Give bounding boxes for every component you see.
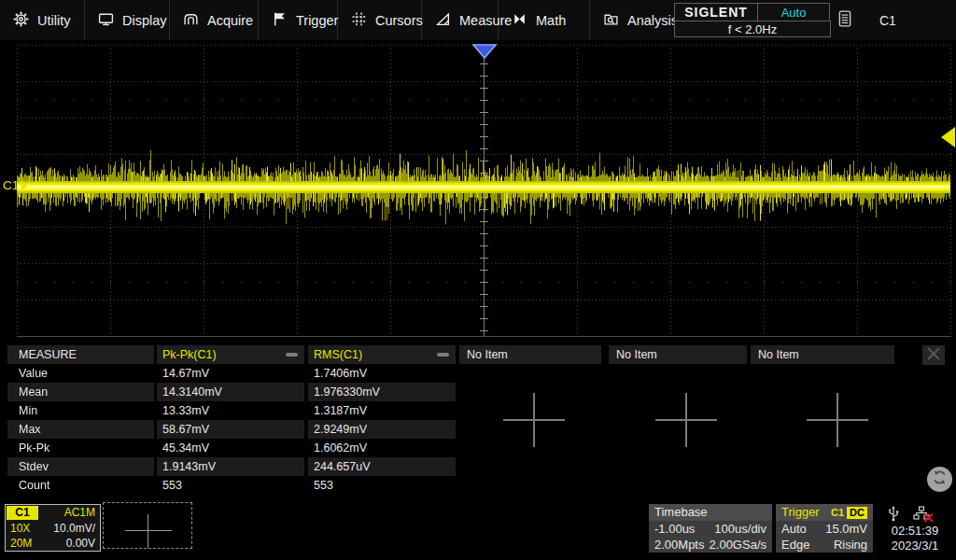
remove-measure-icon[interactable] [437,353,449,357]
measure-value: 553 [157,476,304,495]
bowtie-icon [512,11,527,30]
measure-column-label: RMS(C1) [314,348,362,361]
trigger-type: Edge [781,537,809,553]
measure-value: 14.3140mV [157,383,304,401]
menu-math-label: Math [536,13,566,28]
measure-row-label: Pk-Pk [7,439,154,457]
measure-value: 13.33mV [157,401,304,420]
bottom-status-bar: C1 AC1M 10X 10.0mV/ 20M 0.00V Timebase -… [0,499,956,560]
channel-descriptor-box[interactable]: C1 AC1M 10X 10.0mV/ 20M 0.00V [5,504,101,552]
add-measure-plus-icon[interactable] [807,393,868,447]
usb-icon[interactable] [887,506,900,525]
measure-column-header-empty-1[interactable]: No Item [459,345,601,364]
menu-utility-label: Utility [37,13,70,28]
active-channel-indicator[interactable]: C1 [834,0,896,40]
menu-acquire[interactable]: Acquire [170,0,259,40]
folder-magnifier-icon [603,11,619,30]
remove-measure-icon[interactable] [286,353,298,357]
close-measure-panel-button[interactable] [922,345,945,365]
monitor-icon [98,11,114,30]
lan-disconnected-icon[interactable] [913,506,934,525]
trigger-coupling-badge: DC [847,507,867,519]
siglent-logo: SIGLENT [674,3,758,21]
channel-position-marker[interactable]: C1 [3,178,28,192]
trigger-mode: Auto [781,521,807,537]
channel-coupling: AC1M [64,505,100,521]
status-cluster: SIGLENT Auto f < 2.0Hz [674,3,831,37]
trigger-frequency-readout: f < 2.0Hz [674,21,831,37]
top-menu-bar: Utility Display Acquire Trigger Cursors [0,0,956,40]
menu-analysis[interactable]: Analysis [590,0,672,40]
measure-reset-statistics-button[interactable] [927,467,952,492]
measure-value: 58.67mV [157,420,304,439]
vertical-offset: 0.00V [66,536,95,551]
measure-value: 2.9249mV [308,420,456,439]
menu-acquire-label: Acquire [207,13,253,28]
channel-marker-arrow-icon [21,181,28,190]
measure-row-label: Count [7,476,154,495]
timebase-sample-rate: 2.00GSa/s [710,537,766,553]
gear-icon [13,11,29,30]
trigger-level: 15.0mV [825,521,867,537]
measure-value: 244.657uV [308,457,456,476]
acquire-arch-icon [183,11,199,30]
menu-trigger-label: Trigger [296,13,338,28]
measure-row-label: Mean [7,383,154,401]
vertical-scale: 10.0mV/ [53,521,95,536]
measure-row-label: Stdev [7,457,154,476]
measure-value: 45.34mV [157,439,304,457]
clock-date: 2023/3/1 [874,539,956,553]
clock-time: 02:51:39 [874,524,956,538]
menu-display-label: Display [122,13,167,28]
add-measure-plus-icon[interactable] [503,393,565,447]
plus-icon [148,514,148,548]
measure-value: 553 [308,476,456,495]
measure-row-label: Value [7,364,154,383]
measure-column-header-rms[interactable]: RMS(C1) [308,345,456,364]
trigger-box[interactable]: Trigger C1DC Auto 15.0mV Edge Rising [776,504,873,553]
channel-marker-label: C1 [3,178,19,192]
close-icon [925,346,942,365]
menu-cursors[interactable]: Cursors [338,0,422,40]
bandwidth-limit: 20M [10,536,32,551]
trigger-slope: Rising [834,537,867,553]
measure-value: 1.976330mV [308,383,456,401]
channel-list-icon [838,10,851,30]
set-square-icon [435,11,451,30]
trigger-source: C1 [831,507,844,518]
measure-column-header-empty-3[interactable]: No Item [751,345,894,364]
menu-utility[interactable]: Utility [0,0,85,40]
measure-value: 1.3187mV [308,401,456,420]
timebase-scale: 100us/div [714,521,766,537]
refresh-icon [931,469,949,490]
flag-icon [272,11,288,30]
timebase-box[interactable]: Timebase -1.00us 100us/div 2.00Mpts 2.00… [649,504,772,553]
measure-value: 1.7406mV [308,364,456,383]
add-channel-box[interactable] [103,502,192,549]
measure-column-header-empty-2[interactable]: No Item [609,345,747,364]
measure-value: 1.9143mV [157,457,304,476]
measure-row-label: Max [7,420,154,439]
timebase-memory-depth: 2.00Mpts [654,537,704,553]
measure-column-label: Pk-Pk(C1) [162,348,217,361]
acquisition-mode-badge: Auto [757,3,830,21]
measure-panel: MEASURE Pk-Pk(C1) RMS(C1) No Item No Ite… [0,345,956,499]
measure-value: 14.67mV [157,364,304,383]
waveform-display-area[interactable]: C1 [0,41,956,338]
menu-analysis-label: Analysis [627,13,678,28]
waveform-canvas[interactable] [0,41,956,338]
menu-display[interactable]: Display [85,0,170,40]
menu-trigger[interactable]: Trigger [259,0,338,40]
add-measure-plus-icon[interactable] [655,393,717,447]
measure-row-label: Min [7,401,154,420]
cursor-grid-icon [351,11,367,30]
menu-measure[interactable]: Measure [422,0,499,40]
clock-area: 02:51:39 2023/3/1 [874,499,956,560]
menu-math[interactable]: Math [499,0,590,40]
measure-column-header-pkpk[interactable]: Pk-Pk(C1) [157,345,304,364]
measure-value: 1.6062mV [308,439,456,457]
trigger-title: Trigger [781,504,820,521]
timebase-delay: -1.00us [654,521,695,537]
plus-icon [125,530,172,531]
channel-tab[interactable]: C1 [7,506,38,520]
